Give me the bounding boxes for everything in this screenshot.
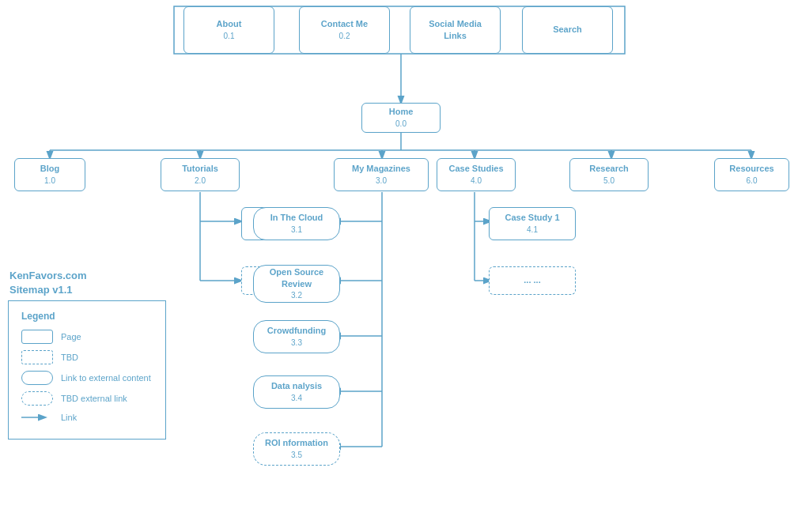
legend-arrow	[21, 412, 53, 423]
connector-lines	[0, 0, 798, 532]
node-home[interactable]: Home 0.0	[361, 103, 441, 133]
legend-tbd-box	[21, 350, 53, 364]
node-research[interactable]: Research 5.0	[569, 158, 649, 191]
legend-tbd-external-label: TBD external link	[61, 394, 127, 403]
node-dataanalysis[interactable]: Data nalysis 3.4	[253, 375, 340, 409]
node-tutorials[interactable]: Tutorials 2.0	[161, 158, 240, 191]
node-crowdfunding[interactable]: Crowdfunding 3.3	[253, 320, 340, 353]
legend-page: Page	[21, 330, 153, 344]
node-casestudy1[interactable]: Case Study 1 4.1	[489, 207, 576, 240]
legend-link: Link	[21, 412, 153, 423]
legend-link-label: Link	[61, 413, 77, 422]
legend-tbd-label: TBD	[61, 353, 78, 362]
node-magazines[interactable]: My Magazines 3.0	[334, 158, 429, 191]
node-contact[interactable]: Contact Me 0.2	[299, 6, 390, 54]
node-opensource[interactable]: Open Source Review 3.2	[253, 265, 340, 303]
legend-tbd-external: TBD external link	[21, 391, 153, 406]
legend-external-box	[21, 371, 53, 385]
node-roi[interactable]: ROI nformation 3.5	[253, 432, 340, 466]
legend-tbd: TBD	[21, 350, 153, 364]
legend-external-label: Link to external content	[61, 373, 151, 383]
node-cases-tbd[interactable]: ... ...	[489, 266, 576, 295]
legend-page-label: Page	[61, 332, 81, 341]
brand-text: KenFavors.com Sitemap v1.1	[9, 269, 87, 297]
node-blog[interactable]: Blog 1.0	[14, 158, 85, 191]
node-about[interactable]: About 0.1	[183, 6, 274, 54]
legend-page-box	[21, 330, 53, 344]
legend-external: Link to external content	[21, 371, 153, 385]
node-resources[interactable]: Resources 6.0	[714, 158, 789, 191]
legend: Legend Page TBD Link to external content…	[8, 300, 166, 440]
node-incloud[interactable]: In The Cloud 3.1	[253, 207, 340, 240]
sitemap-container: About 0.1 Contact Me 0.2 Social Media Li…	[0, 0, 798, 532]
node-search[interactable]: Search	[522, 6, 613, 54]
node-casestudies[interactable]: Case Studies 4.0	[437, 158, 516, 191]
node-social[interactable]: Social Media Links	[410, 6, 501, 54]
legend-tbd-external-box	[21, 391, 53, 406]
